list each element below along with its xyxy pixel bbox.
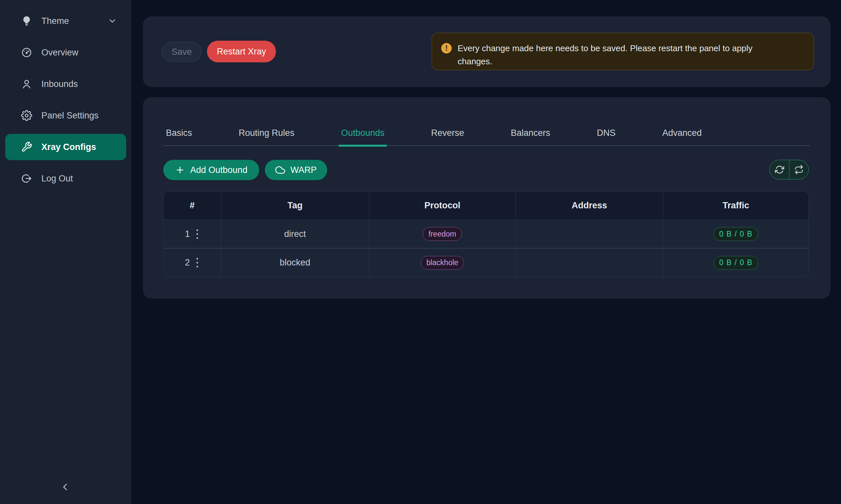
protocol-cell: freedom	[369, 220, 516, 248]
sidebar-menu: Theme Overview	[0, 5, 132, 194]
sidebar-item-xray-configs[interactable]: Xray Configs	[5, 134, 126, 160]
warning-icon: !	[441, 43, 452, 53]
warp-button[interactable]: WARP	[265, 160, 327, 180]
add-outbound-button[interactable]: Add Outbound	[163, 160, 259, 180]
column-header-traffic: Traffic	[663, 192, 808, 220]
warning-alert: ! Every change made here needs to be sav…	[432, 33, 814, 70]
tab-routing-rules[interactable]: Routing Rules	[236, 125, 297, 145]
save-button[interactable]: Save	[161, 42, 202, 62]
sidebar-item-label: Xray Configs	[41, 142, 117, 152]
cloud-icon	[275, 165, 285, 175]
row-index: 2	[185, 257, 190, 268]
sidebar-item-label: Log Out	[41, 174, 117, 184]
repeat-icon	[794, 165, 804, 174]
traffic-cell: 0 B / 0 B	[663, 220, 808, 248]
sidebar-item-overview[interactable]: Overview	[0, 37, 132, 68]
add-outbound-label: Add Outbound	[190, 165, 247, 175]
warp-label: WARP	[290, 165, 317, 175]
index-cell: 1	[164, 220, 221, 248]
column-header-address: Address	[516, 192, 663, 220]
tab-outbounds[interactable]: Outbounds	[338, 125, 387, 145]
tab-advanced[interactable]: Advanced	[660, 125, 704, 145]
toolbar-card: Save Restart Xray ! Every change made he…	[143, 16, 830, 87]
config-tabs: Basics Routing Rules Outbounds Reverse B…	[163, 125, 810, 146]
xray-configs-card: Basics Routing Rules Outbounds Reverse B…	[143, 97, 830, 299]
row-menu-icon[interactable]	[195, 228, 200, 240]
row-index: 1	[185, 229, 190, 239]
address-cell	[516, 220, 663, 248]
sidebar-item-inbounds[interactable]: Inbounds	[0, 68, 132, 100]
sidebar-item-log-out[interactable]: Log Out	[0, 163, 132, 194]
column-header-tag: Tag	[221, 192, 369, 220]
restart-xray-button[interactable]: Restart Xray	[207, 41, 276, 62]
wrench-icon	[21, 141, 32, 152]
sidebar: Theme Overview	[0, 0, 132, 504]
traffic-badge: 0 B / 0 B	[714, 227, 758, 241]
sidebar-item-label: Panel Settings	[41, 111, 117, 121]
sidebar-collapse-button[interactable]	[55, 477, 75, 497]
tag-cell: direct	[221, 220, 369, 248]
tab-reverse[interactable]: Reverse	[428, 125, 467, 145]
traffic-badge: 0 B / 0 B	[714, 256, 758, 270]
refresh-button[interactable]	[770, 160, 789, 179]
traffic-cell: 0 B / 0 B	[663, 248, 808, 277]
tag-cell: blocked	[221, 248, 369, 277]
sidebar-item-label: Theme	[41, 16, 108, 26]
tab-dns[interactable]: DNS	[594, 125, 618, 145]
sidebar-item-label: Inbounds	[41, 79, 117, 89]
outbounds-table: # Tag Protocol Address Traffic 1 direct …	[163, 191, 809, 277]
address-cell	[516, 248, 663, 277]
protocol-cell: blackhole	[369, 248, 516, 277]
sidebar-item-label: Overview	[41, 48, 117, 58]
column-header-protocol: Protocol	[369, 192, 516, 220]
plus-icon	[175, 165, 185, 175]
chevron-left-icon	[59, 481, 71, 492]
logout-icon	[21, 173, 32, 184]
gauge-icon	[21, 47, 32, 58]
user-icon	[21, 78, 32, 90]
sidebar-item-panel-settings[interactable]: Panel Settings	[0, 100, 132, 131]
index-cell: 2	[164, 248, 221, 277]
protocol-badge: blackhole	[421, 256, 464, 270]
table-tools-group	[769, 160, 809, 179]
sidebar-item-theme[interactable]: Theme	[0, 5, 132, 37]
chevron-down-icon	[108, 16, 117, 25]
row-menu-icon[interactable]	[195, 257, 200, 269]
gear-icon	[21, 110, 32, 121]
protocol-badge: freedom	[423, 227, 462, 241]
reset-traffic-button[interactable]	[789, 160, 808, 179]
refresh-icon	[775, 165, 784, 174]
warning-alert-text: Every change made here needs to be saved…	[458, 42, 789, 68]
lightbulb-icon	[21, 15, 32, 26]
column-header-index: #	[164, 192, 221, 220]
tab-balancers[interactable]: Balancers	[508, 125, 553, 145]
tab-basics[interactable]: Basics	[163, 125, 195, 145]
